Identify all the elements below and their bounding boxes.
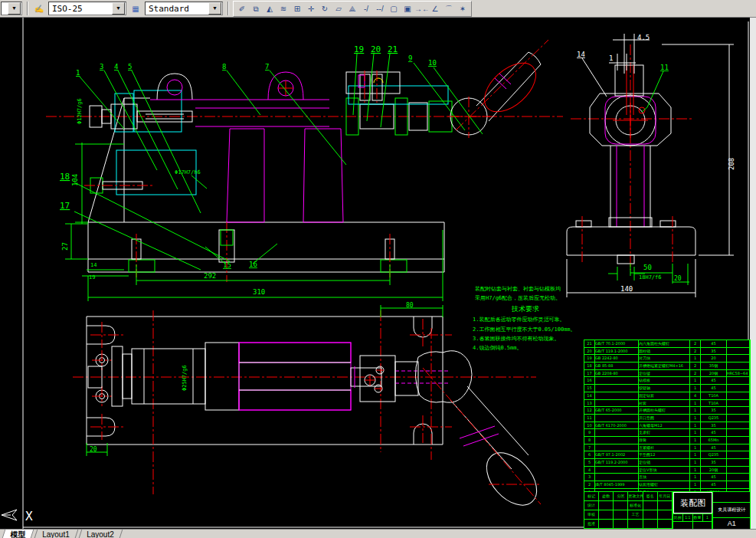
tab-model[interactable]: 模型 bbox=[2, 530, 34, 538]
chamfer-icon[interactable]: ∠ bbox=[428, 2, 442, 15]
copy-icon[interactable]: ⧉ bbox=[249, 2, 263, 15]
title-block-cell: 标准化 bbox=[628, 501, 643, 510]
bom-cell: 35 bbox=[701, 459, 727, 466]
bom-cell bbox=[727, 415, 750, 422]
bom-cell: 1 bbox=[690, 467, 701, 474]
bom-cell: 1 bbox=[690, 429, 701, 436]
bom-cell: 35 bbox=[701, 407, 727, 414]
title-block-cell: 签名 bbox=[643, 492, 658, 501]
text-style-combo[interactable]: Standard ▼ bbox=[145, 2, 223, 15]
extend-icon[interactable]: --/ bbox=[373, 2, 387, 15]
bom-cell: 21 bbox=[584, 340, 595, 347]
title-block-cell bbox=[658, 501, 673, 510]
stretch-icon[interactable]: ⟁ bbox=[345, 2, 359, 15]
bom-cell bbox=[727, 437, 750, 444]
bom-cell: 开槽圆柱头螺钉 bbox=[639, 407, 690, 414]
table-style-icon[interactable]: ▦ bbox=[129, 2, 142, 15]
title-block-cell: 分区 bbox=[614, 492, 628, 501]
chevron-down-icon[interactable]: ▼ bbox=[112, 2, 125, 15]
bom-cell: 45 bbox=[701, 429, 727, 436]
bom-cell bbox=[727, 385, 750, 392]
bom-cell: 对刀块 bbox=[639, 355, 690, 362]
bom-cell bbox=[595, 415, 639, 422]
bom-row: 20GB/T 119.1-2000圆柱销235 bbox=[584, 348, 750, 356]
bom-cell: 14 bbox=[584, 392, 595, 399]
bom-cell: 19 bbox=[584, 355, 595, 362]
cad-text: 10 bbox=[428, 59, 437, 67]
bom-row: 12GB/T 65-2000开槽圆柱头螺钉135 bbox=[584, 407, 750, 415]
cad-text: 1 bbox=[76, 69, 80, 77]
title-block-right: 夹具课程设计 A1 bbox=[712, 492, 750, 530]
bom-cell: 35 bbox=[701, 348, 727, 355]
title-block-cell: 审核 bbox=[584, 510, 599, 520]
trim-icon[interactable]: -/ bbox=[359, 2, 373, 15]
bom-cell bbox=[727, 355, 750, 362]
cad-text: 21 bbox=[388, 44, 398, 54]
dim-style-manager-icon[interactable]: ✍ bbox=[32, 2, 46, 15]
join-icon[interactable]: →← bbox=[414, 2, 428, 15]
scale-icon[interactable]: ▱ bbox=[332, 2, 345, 15]
bom-cell: 45 bbox=[701, 377, 727, 384]
chevron-down-icon[interactable]: ▼ bbox=[208, 2, 221, 15]
bom-cell: 2 bbox=[690, 340, 701, 347]
bom-row: 14固定钻套4T10A bbox=[584, 392, 750, 400]
bom-cell: 11 bbox=[584, 415, 595, 422]
tab-layout1[interactable]: Layout1 bbox=[34, 530, 78, 538]
title-mini-cell: 数量 bbox=[693, 514, 703, 522]
cad-text: 采用H7/g6配合，压装后应无松动。 bbox=[475, 294, 561, 301]
chevron-down-icon[interactable]: ▼ bbox=[8, 2, 21, 15]
bom-row: 3压块145 bbox=[584, 474, 750, 481]
cad-text: 15 bbox=[223, 261, 231, 269]
fillet-icon[interactable]: ⌒ bbox=[442, 2, 456, 15]
bom-cell bbox=[727, 407, 750, 414]
move-icon[interactable]: ✛ bbox=[304, 2, 318, 15]
bom-cell: GB/T 6170-2000 bbox=[595, 422, 639, 429]
mirror-icon[interactable]: ◭ bbox=[263, 2, 277, 15]
title-block-cell bbox=[614, 510, 628, 520]
bom-cell: 6 bbox=[584, 451, 595, 458]
offset-icon[interactable]: ≋ bbox=[277, 2, 290, 15]
top-toolbar: ▼ ✍ ISO-25 ▼ ▦ Standard ▼ ✐⧉◭≋⊞✛↻▱⟁-/--/… bbox=[0, 0, 756, 18]
title-block-cell bbox=[614, 520, 628, 529]
bom-cell: 1 bbox=[690, 400, 701, 407]
cad-text: 11 bbox=[660, 64, 669, 71]
cad-text: 7 bbox=[265, 63, 269, 71]
bom-cell: 1 bbox=[690, 415, 701, 422]
bom-cell bbox=[595, 377, 639, 384]
bom-cell bbox=[727, 422, 750, 429]
bom-cell: 13 bbox=[584, 400, 595, 407]
title-block-cell bbox=[599, 510, 614, 520]
cad-text: 18 bbox=[60, 172, 70, 182]
text-style-value: Standard bbox=[146, 4, 192, 14]
bom-cell: 45 bbox=[701, 481, 727, 488]
bom-cell bbox=[595, 385, 639, 392]
bom-cell: 定位键 bbox=[639, 370, 690, 377]
break-icon[interactable]: ▣ bbox=[401, 2, 414, 15]
cad-text: 4 bbox=[114, 63, 118, 71]
break-at-point-icon[interactable]: ▢ bbox=[387, 2, 401, 15]
bom-row: 10GB/T 6170-2000六角螺母M12135 bbox=[584, 422, 750, 430]
rotate-icon[interactable]: ↻ bbox=[318, 2, 332, 15]
title-mini-cell: 1 bbox=[703, 514, 713, 522]
cad-text: X bbox=[25, 509, 33, 523]
bom-cell: 六角螺母M12 bbox=[639, 422, 690, 429]
cad-text: 4.5 bbox=[637, 34, 650, 41]
bom-row: 13衬套1T10A bbox=[584, 400, 750, 408]
bom-cell: 2 bbox=[584, 481, 595, 488]
cad-text: 18H7/f6 bbox=[639, 274, 662, 280]
bom-cell bbox=[595, 392, 639, 399]
cad-text: 16 bbox=[249, 261, 257, 268]
bom-row: 15铰链轴145 bbox=[584, 385, 750, 392]
array-icon[interactable]: ⊞ bbox=[290, 2, 304, 15]
bom-cell: 衬套 bbox=[639, 400, 690, 407]
bom-cell bbox=[595, 437, 639, 444]
erase-icon[interactable]: ✐ bbox=[235, 2, 249, 15]
cad-text: 2.工作面相互平行度不大于0.05/100mm。 bbox=[473, 326, 576, 333]
dim-style-combo[interactable]: ISO-25 ▼ bbox=[48, 2, 126, 15]
layer-combo[interactable]: ▼ bbox=[1, 2, 22, 15]
bom-cell: 定位V形块 bbox=[639, 467, 690, 474]
bom-cell: 18 bbox=[584, 362, 595, 369]
bom-cell bbox=[727, 377, 750, 384]
tab-layout2[interactable]: Layout2 bbox=[77, 530, 122, 538]
explode-icon[interactable]: ✶ bbox=[456, 2, 470, 15]
